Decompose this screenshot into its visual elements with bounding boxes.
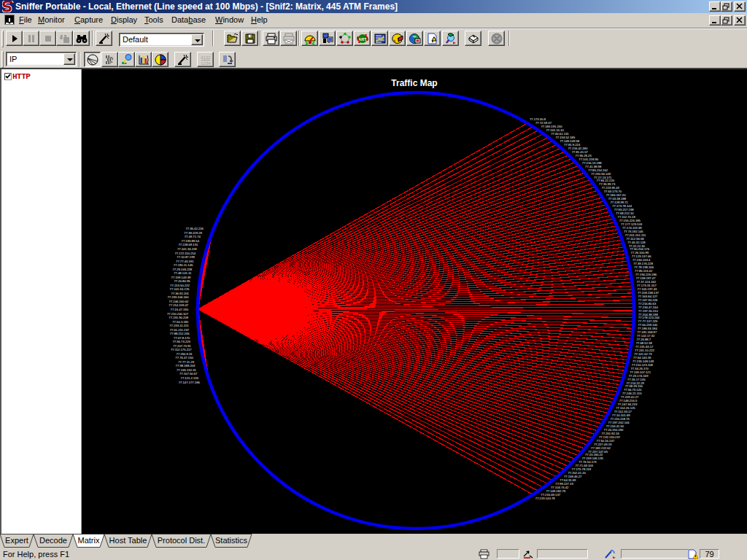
svg-text:Decode: Decode [39,536,67,545]
svg-text:Traffic Map: Traffic Map [391,78,437,88]
svg-text:77.121.2.135: 77.121.2.135 [181,376,199,380]
svg-text:77.67.8.170: 77.67.8.170 [174,336,190,340]
svg-text:77.77.11.29: 77.77.11.29 [178,360,194,364]
svg-text:77.210.240.107: 77.210.240.107 [167,312,189,316]
svg-text:77.98.188.203: 77.98.188.203 [176,364,196,368]
svg-text:77.193.89.54: 77.193.89.54 [182,239,200,243]
svg-text:77.190.11.145: 77.190.11.145 [174,263,193,267]
svg-text:77.10.87.199: 77.10.87.199 [177,255,195,259]
svg-text:4132: 4132 [201,55,211,60]
svg-text:Protocol Dist.: Protocol Dist. [158,536,205,545]
svg-text:77.88.212.205: 77.88.212.205 [170,332,190,335]
svg-text:77.219.143.78: 77.219.143.78 [535,497,555,500]
svg-text:77.159.143.39: 77.159.143.39 [171,276,191,279]
svg-text:77.94.73.223: 77.94.73.223 [172,340,190,343]
svg-text:Matrix: Matrix [78,536,100,545]
svg-text:77.49.71.74: 77.49.71.74 [185,235,201,238]
svg-text:77.50.3.181: 77.50.3.181 [172,320,189,324]
svg-text:77.29.243.228: 77.29.243.228 [172,268,192,271]
svg-text:77.207.73.91: 77.207.73.91 [173,344,191,348]
svg-text:77.241.34.218: 77.241.34.218 [177,247,197,251]
svg-text:77.165.132.31: 77.165.132.31 [177,368,196,372]
svg-text:77.36.92.201: 77.36.92.201 [171,292,189,295]
svg-text:77.36.42.226: 77.36.42.226 [185,227,204,230]
svg-text:Statistics: Statistics [215,536,248,545]
svg-text:77.231.90.209: 77.231.90.209 [169,316,188,319]
svg-text:ART: ART [358,37,367,42]
svg-text:77.112.175.217: 77.112.175.217 [171,348,192,351]
svg-text:77.20.80.95: 77.20.80.95 [174,279,190,283]
svg-text:77.147.177.186: 77.147.177.186 [179,381,201,384]
svg-text:77.48.141.11: 77.48.141.11 [174,271,192,275]
svg-text:77.214.209.47: 77.214.209.47 [169,303,188,307]
svg-text:Host Table: Host Table [109,536,147,545]
svg-text:77.233.106.160: 77.233.106.160 [167,295,189,299]
svg-text:77.213.50.222: 77.213.50.222 [170,284,190,287]
svg-text:77.157.50.67: 77.157.50.67 [179,372,198,376]
svg-text:77.233.11.221: 77.233.11.221 [169,324,189,327]
svg-text:77.77.43.191: 77.77.43.191 [176,260,194,263]
svg-text:77.246.240.62: 77.246.240.62 [169,300,189,303]
svg-text:Expert: Expert [5,536,28,545]
svg-text:77.250.9.31: 77.250.9.31 [177,352,193,356]
svg-text:1234: 1234 [201,61,211,66]
svg-text:77.76.47.150: 77.76.47.150 [175,356,193,359]
svg-text:77.61.211.237: 77.61.211.237 [170,328,190,332]
svg-text:77.228.69.131: 77.228.69.131 [179,243,198,246]
svg-text:77.39.229.29: 77.39.229.29 [184,231,202,235]
svg-text:77.172.110.214: 77.172.110.214 [174,252,196,255]
svg-text:77.101.55.176: 77.101.55.176 [170,287,190,291]
svg-text:77.16.47.190: 77.16.47.190 [171,308,189,311]
